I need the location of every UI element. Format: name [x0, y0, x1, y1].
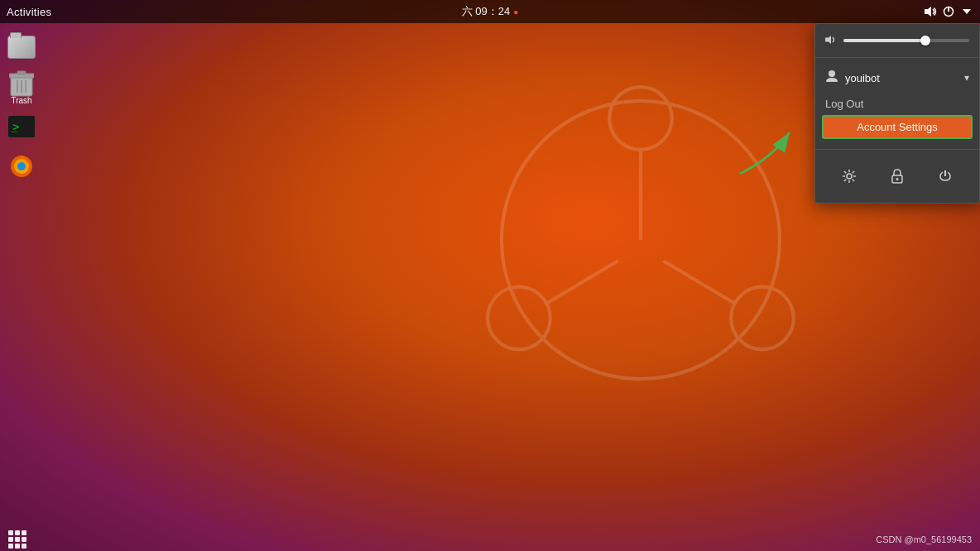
- svg-rect-13: [17, 71, 26, 74]
- account-settings-wrapper: Account Settings: [815, 115, 979, 139]
- system-menu: youibot ▾ Log Out Account Settings: [814, 23, 980, 204]
- firefox-icon: [7, 151, 36, 181]
- svg-point-3: [731, 287, 794, 350]
- watermark: CSDN @m0_56199453: [876, 534, 972, 544]
- show-applications-button[interactable]: [8, 530, 26, 549]
- desktop: Activities 六 09：24 ●: [0, 0, 980, 551]
- clock: 六 09：24 ●: [462, 4, 519, 19]
- svg-marker-10: [963, 9, 971, 14]
- power-menu-button[interactable]: [942, 5, 955, 18]
- svg-marker-20: [825, 36, 831, 44]
- svg-marker-7: [925, 7, 931, 17]
- user-icon: [825, 69, 838, 86]
- activities-button[interactable]: Activities: [7, 6, 51, 18]
- topbar-right: [924, 5, 973, 18]
- volume-row: [815, 29, 979, 52]
- dock-item-firefox[interactable]: [4, 149, 39, 184]
- volume-icon: [825, 34, 837, 47]
- clock-dot: ●: [513, 7, 518, 17]
- svg-point-24: [896, 178, 899, 180]
- dock: Trash _: [0, 23, 43, 528]
- logout-row: Log Out: [815, 93, 979, 113]
- svg-point-21: [829, 70, 835, 77]
- svg-line-6: [663, 261, 736, 304]
- user-row[interactable]: youibot ▾: [815, 63, 979, 93]
- trash-label: Trash: [11, 96, 31, 105]
- svg-point-1: [609, 87, 672, 150]
- logout-button[interactable]: Log Out: [825, 98, 863, 110]
- svg-point-22: [847, 174, 852, 179]
- menu-bottom-icons: [815, 155, 979, 198]
- svg-point-2: [488, 287, 550, 350]
- trash-icon: [7, 69, 36, 98]
- bottom-icons-section: [815, 150, 979, 203]
- dock-item-terminal[interactable]: _: [4, 109, 39, 144]
- lock-button[interactable]: [882, 161, 912, 191]
- username-label: youibot: [845, 72, 958, 84]
- topbar-dropdown-arrow[interactable]: [960, 5, 973, 18]
- svg-line-5: [545, 261, 618, 304]
- user-dropdown-arrow: ▾: [964, 72, 969, 84]
- desktop-logo: [467, 66, 814, 414]
- volume-slider[interactable]: [843, 39, 969, 42]
- dock-item-files[interactable]: [4, 30, 39, 65]
- terminal-icon: _: [7, 112, 36, 141]
- files-icon: [7, 32, 36, 62]
- svg-point-19: [17, 162, 26, 170]
- dock-item-trash[interactable]: Trash: [4, 69, 39, 104]
- sound-indicator[interactable]: [924, 5, 937, 18]
- power-button[interactable]: [930, 161, 960, 191]
- user-section: youibot ▾ Log Out Account Settings: [815, 58, 979, 150]
- volume-section: [815, 24, 979, 58]
- bottombar: CSDN @m0_56199453: [0, 528, 980, 551]
- clock-time: 六 09：24: [462, 4, 511, 19]
- account-settings-button[interactable]: Account Settings: [822, 115, 973, 139]
- system-settings-button[interactable]: [834, 161, 864, 191]
- topbar: Activities 六 09：24 ●: [0, 0, 980, 23]
